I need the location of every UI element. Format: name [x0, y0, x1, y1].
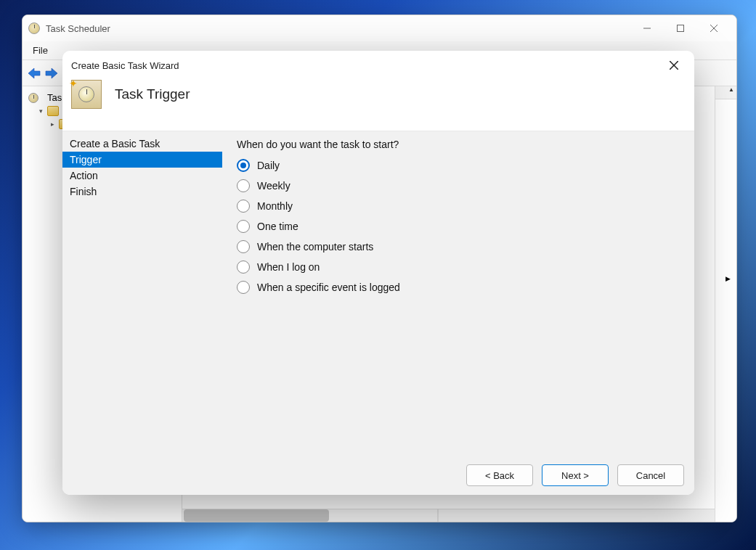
wizard-footer: < Back Next > Cancel	[62, 456, 694, 495]
trigger-option[interactable]: One time	[237, 220, 680, 233]
trigger-option[interactable]: When I log on	[237, 260, 680, 274]
trigger-options: DailyWeeklyMonthlyOne timeWhen the compu…	[237, 159, 680, 294]
main-title: Task Scheduler	[46, 23, 630, 34]
trigger-option[interactable]: When the computer starts	[237, 240, 680, 253]
back-arrow-icon[interactable]	[27, 67, 41, 80]
wizard-nav: Create a Basic TaskTriggerActionFinish	[62, 131, 222, 456]
radio-icon	[237, 281, 250, 294]
forward-arrow-icon[interactable]	[44, 67, 59, 80]
wizard-titlebar: Create Basic Task Wizard	[62, 51, 694, 80]
star-icon: ✦	[69, 78, 78, 89]
radio-icon	[237, 200, 250, 213]
radio-label: When I log on	[257, 261, 320, 273]
trigger-option[interactable]: Weekly	[237, 179, 680, 192]
horizontal-scrollbar[interactable]	[182, 509, 715, 522]
next-button[interactable]: Next >	[542, 464, 609, 486]
wizard-nav-item[interactable]: Finish	[62, 184, 222, 200]
trigger-option[interactable]: When a specific event is logged	[237, 281, 680, 294]
radio-icon	[237, 260, 250, 274]
main-titlebar: Task Scheduler	[23, 15, 736, 41]
radio-icon	[237, 179, 250, 192]
wizard-nav-item[interactable]: Create a Basic Task	[62, 136, 222, 152]
radio-icon	[237, 220, 250, 233]
chevron-down-icon[interactable]: ▾	[37, 107, 44, 115]
radio-label: Daily	[257, 160, 280, 171]
radio-icon	[237, 240, 250, 253]
radio-label: Weekly	[257, 180, 290, 192]
minimize-button[interactable]	[630, 17, 664, 40]
radio-label: One time	[257, 221, 298, 232]
folder-icon	[47, 106, 59, 116]
radio-label: When the computer starts	[257, 241, 373, 253]
wizard-page-title: Task Trigger	[115, 86, 190, 102]
clock-icon	[28, 22, 40, 34]
expand-arrow-icon[interactable]: ▶	[725, 275, 731, 282]
wizard-window-title: Create Basic Task Wizard	[71, 60, 179, 71]
wizard-content: When do you want the task to start? Dail…	[222, 131, 694, 456]
back-button[interactable]: < Back	[466, 464, 533, 486]
wizard-nav-item[interactable]: Action	[62, 168, 222, 184]
actions-pane: ▲ ▶	[715, 86, 736, 522]
cancel-button[interactable]: Cancel	[617, 464, 684, 486]
actions-pane-header: ▲	[715, 86, 736, 99]
trigger-option[interactable]: Monthly	[237, 200, 680, 213]
trigger-option[interactable]: Daily	[237, 159, 680, 172]
wizard-icon: ✦	[71, 80, 102, 109]
radio-label: Monthly	[257, 200, 293, 212]
wizard-close-button[interactable]	[662, 55, 686, 75]
create-basic-task-wizard: Create Basic Task Wizard ✦ Task Trigger …	[62, 51, 694, 495]
clock-icon	[28, 93, 38, 103]
close-icon	[670, 61, 678, 70]
wizard-header: ✦ Task Trigger	[62, 80, 694, 131]
wizard-nav-item[interactable]: Trigger	[62, 152, 222, 168]
trigger-question: When do you want the task to start?	[237, 139, 680, 150]
close-button[interactable]	[697, 17, 731, 40]
maximize-button[interactable]	[664, 17, 697, 40]
clock-icon	[78, 86, 94, 102]
radio-label: When a specific event is logged	[257, 282, 400, 293]
scrollbar-thumb[interactable]	[184, 509, 329, 522]
chevron-right-icon[interactable]: ▸	[49, 120, 56, 128]
svg-rect-1	[678, 25, 684, 32]
menu-file[interactable]: File	[27, 43, 54, 58]
radio-icon	[237, 159, 250, 172]
